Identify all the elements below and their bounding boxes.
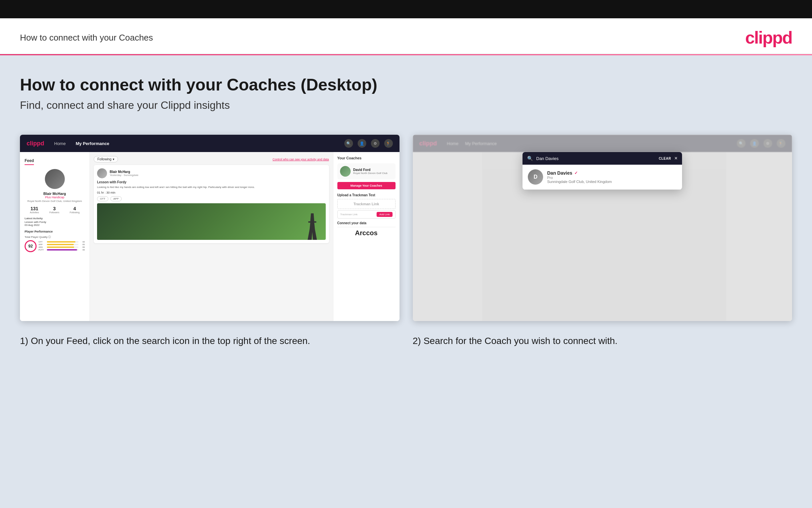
screenshot-block-1: clippd Home My Performance 🔍 👤 ⚙ 🏌 — [20, 135, 399, 347]
ss1-poster-info: Blair McHarg Yesterday · Sunningdale — [110, 170, 138, 177]
ss1-poster-sub: Yesterday · Sunningdale — [110, 174, 138, 177]
ss1-post-title: Lesson with Fordy — [97, 180, 326, 184]
ss1-score-row: 92 OTT 90 APP — [25, 240, 85, 252]
ss1-connect-section: Connect your data Arccos — [337, 221, 395, 239]
ss1-post-text: Looking to feel like my hands are exitin… — [97, 185, 326, 189]
ss1-right-panel: Your Coaches David Ford Royal North Devo… — [333, 152, 399, 321]
ss2-search-field[interactable]: Dan Davies — [536, 156, 656, 161]
ss1-trackman-input[interactable]: Trackman Link Add Link — [337, 210, 395, 219]
screenshot-block-2: clippd Home My Performance 🔍 👤 ⚙ 🏌 — [413, 135, 793, 347]
ss2-search-header: 🔍 Dan Davies CLEAR × — [523, 152, 682, 165]
ss1-center: Following ▾ Control who can see your act… — [90, 152, 333, 321]
page-title: How to connect with your Coaches — [20, 33, 153, 43]
ss1-sidebar: Feed Blair McHarg Plus Handicap Royal No… — [20, 152, 90, 321]
ss2-clear-button[interactable]: CLEAR — [659, 157, 671, 160]
ss1-post-tags: OTT APP — [97, 196, 326, 201]
ss1-nav-home: Home — [54, 141, 66, 146]
ss1-control-link[interactable]: Control who can see your activity and da… — [273, 158, 329, 161]
ss1-body: Feed Blair McHarg Plus Handicap Royal No… — [20, 152, 399, 321]
ss1-trackman-placeholder: Trackman Link — [337, 199, 395, 209]
ss2-result-name: Dan Davies ✓ — [547, 170, 612, 176]
ss1-tag-app: APP — [110, 196, 122, 201]
ss1-stat-activities: 131 Activities — [30, 206, 39, 214]
ss1-connect-data-title: Connect your data — [337, 221, 395, 225]
ss1-poster-avatar — [97, 168, 107, 178]
ss2-search-dropdown: 🔍 Dan Davies CLEAR × D Dan Davies ✓ — [523, 152, 682, 189]
ss1-post-header: Blair McHarg Yesterday · Sunningdale — [97, 168, 326, 178]
clippd-logo: clippd — [745, 28, 792, 48]
ss2-result-info: Dan Davies ✓ Pro Sunningdale Golf Club, … — [547, 170, 612, 184]
top-bar — [0, 0, 812, 18]
ss2-search-result[interactable]: D Dan Davies ✓ Pro Sunningdale Golf Club… — [523, 165, 682, 189]
ss1-coach-club: Royal North Devon Golf Club — [353, 172, 388, 175]
screenshots-row: clippd Home My Performance 🔍 👤 ⚙ 🏌 — [20, 135, 792, 347]
ss2-verified-badge: ✓ — [574, 171, 578, 175]
avatar-icon[interactable]: 🏌 — [384, 139, 393, 148]
ss1-bars: OTT 90 APP 85 — [39, 241, 85, 252]
ss1-coach-avatar — [340, 166, 351, 177]
ss2-result-role: Pro — [547, 176, 612, 180]
screenshot-1-content: clippd Home My Performance 🔍 👤 ⚙ 🏌 — [20, 135, 399, 321]
ss1-bar-ott: OTT 90 — [39, 241, 85, 243]
screenshot-frame-1: clippd Home My Performance 🔍 👤 ⚙ 🏌 — [20, 135, 399, 321]
ss1-latest-val: Lesson with Fordy — [25, 220, 85, 223]
ss1-upload-trackman-title: Upload a Trackman Test — [337, 193, 395, 197]
ss1-bar-putt: PUTT 96 — [39, 249, 85, 251]
main-subheading: Find, connect and share your Clippd insi… — [20, 99, 792, 112]
ss1-tag-ott: OTT — [97, 196, 108, 201]
settings-icon[interactable]: ⚙ — [371, 139, 380, 148]
ss1-profile-club: Royal North Devon Golf Club, United King… — [25, 200, 85, 203]
screenshot-frame-2: clippd Home My Performance 🔍 👤 ⚙ 🏌 — [413, 135, 793, 321]
search-icon[interactable]: 🔍 — [344, 139, 353, 148]
ss1-profile-pic — [45, 169, 65, 189]
ss1-poster-name: Blair McHarg — [110, 170, 138, 174]
ss1-add-link-btn[interactable]: Add Link — [377, 212, 392, 217]
ss2-close-button[interactable]: × — [674, 155, 677, 161]
ss1-stat-followers: 3 Followers — [50, 206, 59, 214]
ss1-stats-row: 131 Activities 3 Followers 4 Following — [25, 206, 85, 214]
footer: Copyright Clippd 2022 — [0, 504, 812, 508]
ss1-following-btn[interactable]: Following ▾ — [94, 156, 118, 162]
ss1-nav-myperformance: My Performance — [76, 141, 109, 146]
ss1-your-coaches-title: Your Coaches — [337, 156, 395, 160]
caption-2: 2) Search for the Coach you wish to conn… — [413, 334, 793, 347]
ss1-profile-name: Blair McHarg — [25, 192, 85, 196]
ss1-logo: clippd — [27, 140, 44, 147]
ss1-arccos-logo: Arccos — [337, 227, 395, 239]
ss1-bar-app: APP 85 — [39, 244, 85, 246]
ss1-performance: Player Performance Total Player Quality … — [25, 230, 85, 252]
ss1-latest-label: Latest Activity — [25, 217, 85, 220]
ss1-perf-sub: Total Player Quality ⓘ — [25, 235, 85, 239]
ss1-latest-date: 03 Aug 2022 — [25, 223, 85, 226]
caption-1: 1) On your Feed, click on the search ico… — [20, 334, 399, 347]
ss1-nav: clippd Home My Performance 🔍 👤 ⚙ 🏌 — [20, 135, 399, 152]
ss1-coach-card: David Ford Royal North Devon Golf Club — [337, 163, 395, 179]
ss2-result-club: Sunningdale Golf Club, United Kingdom — [547, 180, 612, 184]
ss1-feed-tab: Feed — [25, 158, 34, 165]
ss1-manage-btn[interactable]: Manage Your Coaches — [337, 182, 395, 189]
ss1-coach-name: David Ford — [353, 168, 388, 172]
ss2-wrapper: clippd Home My Performance 🔍 👤 ⚙ 🏌 — [413, 135, 793, 321]
ss1-profile-handicap: Plus Handicap — [25, 196, 85, 199]
ss1-post-card: Blair McHarg Yesterday · Sunningdale Les… — [94, 165, 329, 243]
header: How to connect with your Coaches clippd — [0, 18, 812, 54]
ss1-post-image — [97, 203, 326, 240]
ss1-bar-arg: ARG 86 — [39, 246, 85, 248]
main-content: How to connect with your Coaches (Deskto… — [0, 55, 812, 504]
ss1-golfer-silhouette — [306, 213, 319, 240]
ss1-post-duration: 01 hr : 30 min — [97, 191, 326, 194]
ss1-nav-icons: 🔍 👤 ⚙ 🏌 — [344, 139, 393, 148]
user-icon[interactable]: 👤 — [357, 139, 366, 148]
ss1-following-row: Following ▾ Control who can see your act… — [94, 156, 329, 162]
ss1-score-circle: 92 — [25, 240, 37, 252]
main-heading: How to connect with your Coaches (Deskto… — [20, 75, 792, 94]
ss2-result-avatar: D — [528, 169, 543, 185]
ss2-magnify-icon: 🔍 — [527, 156, 533, 161]
ss1-perf-title: Player Performance — [25, 230, 85, 233]
ss1-stat-following: 4 Following — [70, 206, 80, 214]
ss1-coach-info: David Ford Royal North Devon Golf Club — [353, 168, 388, 175]
